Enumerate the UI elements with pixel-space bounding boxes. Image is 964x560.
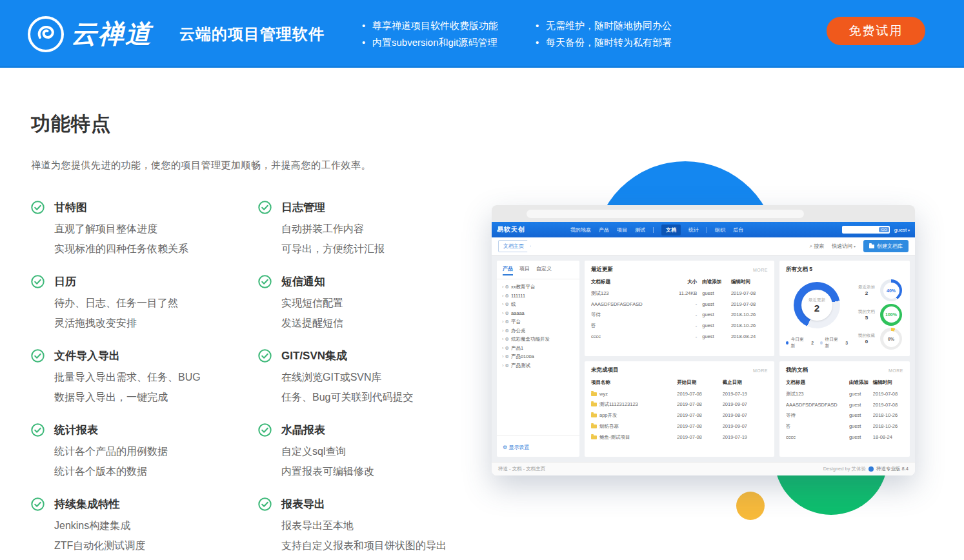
feature-line: 报表导出至本地 <box>281 515 485 535</box>
feature-git-svn: GIT/SVN集成 在线浏览GIT或SVN库 任务、Bug可关联到代码提交 <box>258 348 485 407</box>
footer-breadcrumb: 禅道 - 文档 - 文档主页 <box>498 466 545 472</box>
table-row[interactable]: 鲍鱼-测试项目2019-07-082019-07-19 <box>591 432 768 443</box>
feature-gantt: 甘特图 直观了解项目整体进度 实现标准的四种任务依赖关系 <box>31 200 258 259</box>
table-row[interactable]: 等待guest2018-10-26 <box>786 410 903 421</box>
gear-icon: ⚙ <box>505 285 509 289</box>
table-row[interactable]: AAASDFSDFASDFASD-guest2019-07-08 <box>591 299 768 309</box>
mini-value: 5 <box>858 315 875 321</box>
col-header: 由谁添加 <box>849 377 873 388</box>
check-icon <box>31 423 45 437</box>
my-docs-panel: 我的文档 MORE 文档标题 由谁添加 编辑时间 测试123guest2019-… <box>779 361 910 457</box>
mini-stat-favorites: 我的收藏 0 0% <box>848 328 903 350</box>
app-navbar: 易软天创 我的地盘 产品 项目 测试 文档 统计 组织 后台 GO guest <box>492 222 915 237</box>
mini-value: 0 <box>858 339 875 345</box>
table-row[interactable]: wyz2019-07-082019-07-19 <box>591 388 768 399</box>
sidebar-tab-project[interactable]: 项目 <box>519 265 530 275</box>
address-bar[interactable] <box>527 210 804 218</box>
tree-item[interactable]: ⚙线 <box>502 300 574 309</box>
tree-item[interactable]: ⚙aaaaa <box>502 309 574 318</box>
panel-title: 我的文档 <box>786 366 808 374</box>
search-link[interactable]: 搜索 <box>810 243 825 250</box>
tree-item[interactable]: ⚙产品1 <box>502 344 574 353</box>
gear-icon: ⚙ <box>505 346 509 350</box>
sidebar-tab-product[interactable]: 产品 <box>503 265 513 275</box>
more-link[interactable]: MORE <box>753 268 768 272</box>
table-row[interactable]: 烟纺吾塞2019-07-082019-09-07 <box>591 421 768 432</box>
tree-item[interactable]: ⚙产品0100a <box>502 352 574 361</box>
feature-line: 实现标准的四种任务依赖关系 <box>54 239 258 259</box>
gear-icon: ⚙ <box>505 319 509 324</box>
feature-reports: 统计报表 统计各个产品的用例数据 统计各个版本的数据 <box>31 423 258 481</box>
more-link[interactable]: MORE <box>889 368 903 373</box>
search-go-button[interactable]: GO <box>879 227 889 232</box>
unfinished-projects-panel: 未完成项目 MORE 项目名称 开始日期 截止日期 wyz2019-07-082… <box>585 361 774 457</box>
table-row[interactable]: app开发2019-07-082019-08-07 <box>591 410 768 421</box>
gear-icon: ⚙ <box>505 328 509 333</box>
tree-item[interactable]: ⚙xx教育平台 <box>502 283 574 292</box>
nav-item-doc[interactable]: 文档 <box>661 225 681 235</box>
feature-title: GIT/SVN集成 <box>281 348 347 363</box>
check-icon <box>258 349 272 363</box>
gear-icon: ⚙ <box>505 363 509 368</box>
nav-item-stats[interactable]: 统计 <box>688 226 699 234</box>
feature-line: 统计各个产品的用例数据 <box>54 441 258 461</box>
feature-title: 甘特图 <box>54 200 87 215</box>
bullet-item: 每天备份，随时转为私有部署 <box>534 34 672 51</box>
quick-access-dropdown[interactable]: 快速访问 <box>832 243 856 250</box>
create-doc-library-button[interactable]: 创建文档库 <box>863 240 909 252</box>
sidebar-tab-custom[interactable]: 自定义 <box>536 265 552 275</box>
free-trial-button[interactable]: 免费试用 <box>827 17 925 45</box>
check-icon <box>258 423 272 437</box>
table-row[interactable]: AAASDFSDFASDFASDguest2019-07-08 <box>786 399 903 410</box>
col-header: 编辑时间 <box>873 377 903 388</box>
table-row[interactable]: 等待-guest2018-10-26 <box>591 309 768 320</box>
logo-text: 云禅道 <box>71 16 152 52</box>
table-row[interactable]: cccc-guest2018-08-24 <box>591 331 768 341</box>
display-settings-link[interactable]: 显示设置 <box>503 445 529 450</box>
zentao-logo-icon <box>869 466 874 472</box>
col-header: 项目名称 <box>591 377 677 388</box>
nav-item-my[interactable]: 我的地盘 <box>570 226 591 234</box>
tree-item[interactable]: ⚙产品测试 <box>502 361 574 370</box>
tagline: 云端的项目管理软件 <box>179 24 325 45</box>
check-icon <box>31 349 45 363</box>
tree-item[interactable]: ⚙平台 <box>502 317 574 326</box>
nav-item-admin[interactable]: 后台 <box>733 226 743 234</box>
feature-line: 直观了解项目整体进度 <box>54 219 258 239</box>
nav-item-test[interactable]: 测试 <box>635 226 645 234</box>
designed-by-text: Designed by 艾体验 <box>823 466 866 472</box>
doc-tree: ⚙xx教育平台 ⚙111111 ⚙线 ⚙aaaaa ⚙平台 ⚙办公桌 ⚙炫彩魔盒… <box>497 279 579 373</box>
col-header: 由谁添加 <box>702 277 731 288</box>
bullet-column-1: 尊享禅道项目软件收费版功能 内置subversion和git源码管理 <box>361 17 498 51</box>
feature-line: 任务、Bug可关联到代码提交 <box>281 387 485 407</box>
check-icon <box>31 275 45 288</box>
tree-item[interactable]: ⚙办公桌 <box>502 326 574 335</box>
version-text: 禅道专业版 8.4 <box>876 466 909 472</box>
feature-line: 支持自定义报表和项目饼状图的导出 <box>281 535 485 555</box>
table-row[interactable]: 答-guest2018-10-26 <box>591 320 768 331</box>
recent-updates-panel: 最近更新 MORE 文档标题 大小 由谁添加 编辑时间 测试12311.24KB… <box>585 261 774 356</box>
col-header: 文档标题 <box>591 277 667 288</box>
tree-item[interactable]: ⚙111111 <box>502 292 574 301</box>
nav-item-org[interactable]: 组织 <box>715 226 725 234</box>
table-row[interactable]: 测试111231231232019-07-082019-09-07 <box>591 399 768 410</box>
user-menu[interactable]: guest <box>894 227 910 233</box>
nav-divider <box>653 227 654 233</box>
tree-item[interactable]: ⚙炫彩魔盒功能开发 <box>502 335 574 344</box>
table-row[interactable]: 测试123guest2019-07-08 <box>786 388 903 399</box>
more-link[interactable]: MORE <box>753 368 768 373</box>
table-row[interactable]: 答guest2018-10-26 <box>786 421 903 432</box>
logo[interactable]: 云禅道 <box>27 15 152 53</box>
nav-item-project[interactable]: 项目 <box>617 226 627 234</box>
nav-search-input[interactable]: GO <box>842 226 890 234</box>
breadcrumb-tag[interactable]: 文档主页 <box>498 240 531 252</box>
legend-dot <box>786 341 788 345</box>
table-row[interactable]: 测试12311.24KBguest2019-07-08 <box>591 288 768 299</box>
feature-column-left: 甘特图 直观了解项目整体进度 实现标准的四种任务依赖关系 日历 待办、日志、任务… <box>31 200 258 560</box>
feature-title: 日志管理 <box>281 200 325 215</box>
col-header: 编辑时间 <box>731 277 768 288</box>
feature-line: 数据导入导出，一键完成 <box>54 387 258 407</box>
table-row[interactable]: ccccguest18-08-24 <box>786 432 903 442</box>
panel-title: 未完成项目 <box>591 366 619 374</box>
nav-item-product[interactable]: 产品 <box>599 226 609 234</box>
